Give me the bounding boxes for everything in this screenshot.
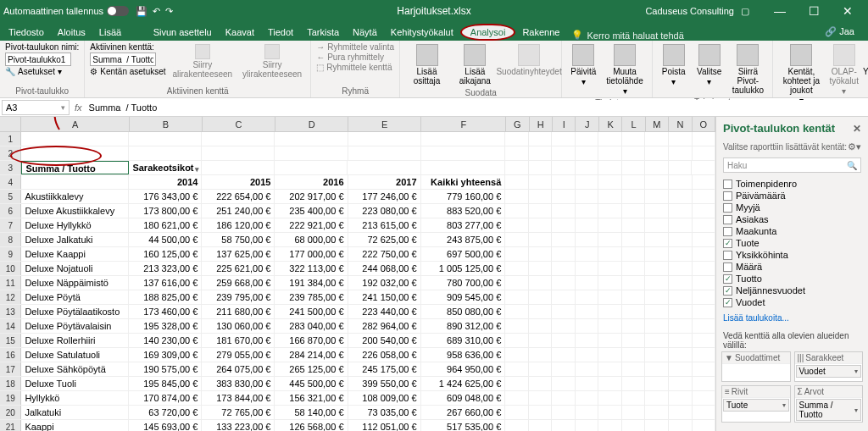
pt-name-input[interactable] bbox=[5, 52, 71, 66]
cell[interactable] bbox=[693, 319, 716, 333]
col-header[interactable]: J bbox=[576, 117, 598, 131]
drill-down-button[interactable]: Siirry alirakenteeseen bbox=[170, 42, 236, 80]
cell[interactable] bbox=[645, 377, 669, 390]
checkbox-icon[interactable] bbox=[723, 262, 732, 272]
cell[interactable] bbox=[645, 391, 669, 405]
row-header[interactable]: 20 bbox=[0, 406, 21, 419]
cell[interactable]: 399 550,00 € bbox=[348, 377, 421, 390]
col-header[interactable]: B bbox=[130, 117, 203, 131]
cell[interactable] bbox=[552, 276, 576, 290]
cell[interactable]: 850 080,00 € bbox=[421, 305, 506, 318]
field-search-input[interactable]: Haku 🔍 bbox=[723, 157, 861, 173]
cell[interactable] bbox=[645, 334, 669, 347]
cell[interactable] bbox=[576, 319, 599, 333]
fx-button[interactable]: fx bbox=[71, 102, 86, 113]
cell[interactable] bbox=[645, 290, 669, 304]
cell[interactable] bbox=[529, 334, 553, 347]
row-field-tag[interactable]: Tuote▾ bbox=[723, 399, 789, 412]
cell[interactable] bbox=[598, 218, 622, 232]
cell[interactable] bbox=[505, 319, 529, 333]
cell[interactable] bbox=[505, 305, 529, 318]
cell[interactable] bbox=[669, 406, 693, 419]
cell[interactable] bbox=[552, 161, 576, 174]
cell[interactable] bbox=[693, 276, 716, 290]
cell[interactable]: 779 160,00 € bbox=[421, 190, 506, 203]
cell[interactable] bbox=[576, 305, 599, 318]
cell[interactable] bbox=[693, 377, 716, 390]
cell[interactable] bbox=[529, 319, 553, 333]
cell[interactable]: 244 068,00 € bbox=[348, 262, 421, 275]
cell[interactable] bbox=[598, 406, 622, 419]
cell[interactable] bbox=[421, 161, 506, 174]
cell[interactable]: 283 040,00 € bbox=[275, 319, 348, 333]
cell[interactable] bbox=[348, 161, 420, 174]
cell[interactable]: 173 460,00 € bbox=[129, 305, 202, 318]
cell[interactable] bbox=[552, 204, 576, 218]
cell[interactable] bbox=[693, 247, 716, 261]
cell[interactable]: 145 693,00 € bbox=[129, 420, 202, 431]
cell[interactable]: 160 125,00 € bbox=[129, 247, 202, 261]
cell[interactable] bbox=[576, 204, 599, 218]
cell[interactable] bbox=[645, 348, 669, 362]
cell[interactable] bbox=[693, 420, 716, 431]
cell[interactable]: 68 000,00 € bbox=[275, 233, 348, 246]
drill-up-button[interactable]: Siirry ylirakenteeseen bbox=[239, 42, 305, 80]
cell[interactable] bbox=[693, 190, 716, 203]
cell[interactable]: 235 400,00 € bbox=[275, 204, 348, 218]
row-header[interactable]: 9 bbox=[0, 247, 21, 261]
cell[interactable] bbox=[421, 132, 506, 146]
cell[interactable]: 1 424 625,00 € bbox=[421, 377, 506, 390]
tab-kehitystyokalut[interactable]: Kehitystyökalut bbox=[384, 24, 460, 41]
field-item[interactable]: Asiakas bbox=[723, 213, 861, 225]
cell[interactable] bbox=[576, 362, 599, 376]
cell[interactable] bbox=[529, 161, 553, 174]
cell[interactable] bbox=[669, 218, 693, 232]
cell[interactable] bbox=[669, 190, 693, 203]
cell[interactable]: 517 535,00 € bbox=[421, 420, 506, 431]
cell[interactable] bbox=[693, 406, 716, 419]
field-item[interactable]: Maakunta bbox=[723, 225, 861, 237]
cell[interactable] bbox=[645, 319, 669, 333]
cell[interactable] bbox=[505, 276, 529, 290]
gear-icon[interactable]: ⚙▾ bbox=[848, 141, 861, 152]
cell[interactable] bbox=[622, 377, 646, 390]
checkbox-icon[interactable] bbox=[723, 298, 732, 307]
cell[interactable] bbox=[529, 204, 553, 218]
cell[interactable] bbox=[529, 362, 553, 376]
cell[interactable]: Summa / Tuotto bbox=[21, 161, 129, 174]
cell[interactable]: Deluxe Nojatuoli bbox=[21, 262, 129, 275]
col-header[interactable]: A bbox=[21, 117, 129, 131]
checkbox-icon[interactable] bbox=[723, 274, 732, 284]
cell[interactable] bbox=[529, 406, 553, 419]
field-item[interactable]: Tuotto bbox=[723, 273, 861, 285]
cell[interactable] bbox=[529, 175, 553, 189]
cell[interactable] bbox=[275, 146, 348, 160]
row-header[interactable]: 11 bbox=[0, 276, 21, 290]
cell[interactable]: 259 668,00 € bbox=[202, 276, 275, 290]
cell[interactable] bbox=[598, 233, 622, 246]
cell[interactable] bbox=[645, 420, 669, 431]
cell[interactable] bbox=[529, 218, 553, 232]
select-all-corner[interactable] bbox=[0, 117, 21, 131]
cell[interactable]: 383 830,00 € bbox=[202, 377, 275, 390]
cell[interactable]: Deluxe Pöytä bbox=[21, 290, 129, 304]
cell[interactable]: 166 870,00 € bbox=[275, 334, 348, 347]
cell[interactable] bbox=[576, 391, 599, 405]
cell[interactable]: Deluxe Akustiikkalevy bbox=[21, 204, 129, 218]
cell[interactable] bbox=[202, 161, 275, 174]
cell[interactable] bbox=[693, 233, 716, 246]
row-header[interactable]: 4 bbox=[0, 175, 21, 189]
cell[interactable] bbox=[645, 276, 669, 290]
cell[interactable] bbox=[552, 247, 576, 261]
cell[interactable] bbox=[505, 362, 529, 376]
col-header[interactable]: D bbox=[275, 117, 348, 131]
row-header[interactable]: 16 bbox=[0, 348, 21, 362]
cell[interactable] bbox=[669, 348, 693, 362]
cell[interactable]: 188 825,00 € bbox=[129, 290, 202, 304]
cell[interactable] bbox=[505, 218, 529, 232]
row-header[interactable]: 15 bbox=[0, 334, 21, 347]
cell[interactable]: 63 720,00 € bbox=[129, 406, 202, 419]
cell[interactable] bbox=[622, 233, 646, 246]
field-item[interactable]: Toimenpidenro bbox=[723, 178, 861, 190]
cell[interactable]: 130 060,00 € bbox=[202, 319, 275, 333]
